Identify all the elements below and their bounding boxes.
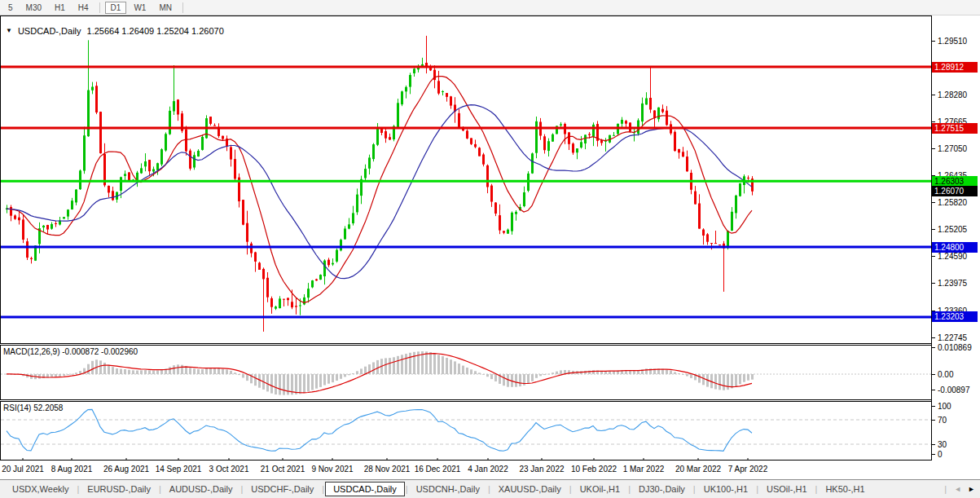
tab-usdx-weekly[interactable]: USDX,Weekly [5,483,76,496]
tab-hk50-h1[interactable]: HK50-,H1 [818,483,872,496]
timeframe-button-d1[interactable]: D1 [105,2,127,14]
price-tick-mark [932,148,935,149]
tab-usdcnh-daily[interactable]: USDCNH-,Daily [409,483,487,496]
price-tick-mark [932,229,935,230]
price-tick-mark [932,202,935,203]
tab-uk100-h1[interactable]: UK100-,H1 [697,483,755,496]
date-label: 21 Oct 2021 [261,465,305,474]
tab-ukoil-h1[interactable]: UKOil-,H1 [573,483,628,496]
price-tick-label: 1.25205 [938,225,967,234]
tab-scroll-arrows: |◄► [943,484,980,494]
date-axis: 20 Jul 20218 Aug 202126 Aug 202114 Sep 2… [0,461,931,479]
chart-area: ▼ USDCAD-,Daily 1.25664 1.26409 1.25204 … [0,15,980,479]
tab-separator: | [628,484,631,494]
toolbar-separator [99,2,100,13]
rsi-axis-label: 100 [938,402,951,411]
macd-axis-label: -0.00897 [938,386,969,394]
current-price-badge: 1.26070 [932,186,978,196]
rsi-axis-label: 30 [938,440,947,449]
price-level-badge: 1.28912 [932,62,978,73]
rsi-axis-label: 70 [938,416,947,425]
ohlc-values: 1.25664 1.26409 1.25204 1.26070 [87,26,224,36]
date-label: 20 Jul 2021 [2,465,44,474]
price-level-badge: 1.24800 [932,242,978,253]
tab-separator: | [77,484,79,494]
date-label: 16 Dec 2021 [415,465,461,474]
date-label: 10 Feb 2022 [571,465,617,474]
price-level-badge: 1.23203 [932,311,978,322]
price-tick-mark [932,41,935,42]
date-label: 28 Nov 2021 [364,465,411,474]
timeframe-toolbar: 5M30H1H4D1W1MN [0,0,980,15]
macd-tick-mark [932,347,935,348]
collapse-arrow-icon[interactable]: ▼ [6,27,12,34]
price-tick-label: 1.27050 [938,144,967,153]
macd-tick-mark [932,374,935,375]
date-label: 26 Aug 2021 [103,465,149,474]
tab-usdcad-daily[interactable]: USDCAD-,Daily [325,482,405,496]
timeframe-button-mn[interactable]: MN [153,2,178,14]
price-tick-label: 1.29510 [938,37,967,46]
axis-border-line [931,15,932,461]
tab-separator: | [159,484,161,494]
price-tick-label: 1.25820 [938,198,967,207]
tab-separator: | [240,484,243,494]
price-tick-mark [932,256,935,257]
timeframe-button-h1[interactable]: H1 [49,2,71,14]
tab-separator: | [488,484,490,494]
date-label: 8 Aug 2021 [51,465,93,474]
tab-dj30-daily[interactable]: DJ30-,Daily [631,483,692,496]
macd-tick-mark [932,390,935,390]
rsi-tick-mark [932,444,935,445]
date-label: 1 Mar 2022 [623,465,665,474]
tab-separator: | [815,484,818,494]
tab-separator: | [406,484,408,494]
timeframe-button-h4[interactable]: H4 [73,2,94,14]
scroll-left-icon[interactable]: ◄ [954,485,961,493]
date-label: 3 Oct 2021 [209,465,249,474]
rsi-tick-mark [932,406,935,407]
date-label: 20 Mar 2022 [675,465,721,474]
chart-tab-bar: USDX,Weekly|EURUSD-,Daily|AUDUSD-,Daily|… [0,479,980,498]
tab-separator: | [693,484,696,494]
price-tick-label: 1.23975 [938,279,967,288]
price-tick-mark [932,95,935,95]
tab-audusd-daily[interactable]: AUDUSD-,Daily [162,483,240,496]
tab-separator: | [944,484,947,494]
rsi-axis-label: 0 [938,450,943,459]
rsi-tick-mark [932,454,935,455]
date-label: 14 Sep 2021 [156,465,202,474]
price-axis: 1.295101.282801.276651.270501.264351.258… [932,15,980,479]
rsi-tick-mark [932,420,935,421]
macd-label: MACD(12,26,9) -0.000872 -0.002960 [3,347,138,356]
symbol-title: USDCAD-,Daily [18,26,81,36]
tab-separator: | [569,484,572,494]
timeframe-button-m30[interactable]: M30 [20,2,47,14]
macd-axis-label: 0.010869 [938,343,972,352]
price-tick-label: 1.22745 [938,333,967,342]
date-label: 23 Jan 2022 [519,465,564,474]
price-tick-label: 1.24590 [938,252,967,261]
date-label: 9 Nov 2021 [311,465,353,474]
tab-usdchf-daily[interactable]: USDCHF-,Daily [244,483,321,496]
macd-axis-label: 0.00 [938,370,953,379]
tab-eurusd-daily[interactable]: EURUSD-,Daily [80,483,158,496]
price-tick-mark [932,337,935,338]
rsi-indicator-panel[interactable] [0,401,932,461]
price-tick-mark [932,283,935,284]
price-level-badge: 1.27515 [932,123,978,134]
price-tick-label: 1.28280 [938,90,967,99]
date-label: 4 Jan 2022 [468,465,508,474]
timeframe-button-w1[interactable]: W1 [128,2,152,14]
chart-title: ▼ USDCAD-,Daily 1.25664 1.26409 1.25204 … [6,26,224,36]
price-candlestick-chart[interactable] [0,15,932,344]
mt4-window: 5M30H1H4D1W1MN ▼ USDCAD-,Daily 1.25664 1… [0,0,980,498]
tab-xauusd-daily[interactable]: XAUUSD-,Daily [491,483,569,496]
tab-separator: | [756,484,758,494]
date-label: 7 Apr 2022 [728,465,767,474]
scroll-right-icon[interactable]: ► [968,485,975,493]
timeframe-button-5[interactable]: 5 [2,2,19,14]
toolbar-separator [182,2,183,13]
tab-usoil-h1[interactable]: USOil-,H1 [759,483,815,496]
macd-indicator-panel[interactable] [0,345,932,400]
